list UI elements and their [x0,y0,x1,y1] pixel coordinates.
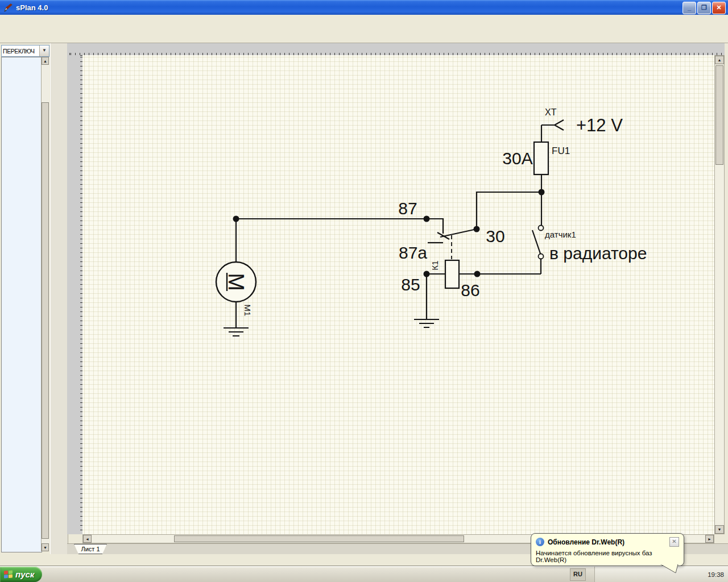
label-30a[interactable]: 30A [502,149,532,168]
quick-launch [46,567,92,581]
motor-m1[interactable]: M [216,262,256,302]
vertical-ruler [67,55,83,534]
label-30[interactable]: 30 [486,227,504,246]
scroll-left-icon[interactable]: ◄ [83,535,92,543]
relay-coil-k1[interactable] [445,260,459,288]
library-scroll-thumb[interactable] [42,102,49,539]
desktop-screen: sPlan 4.0 _ ❐ ✕ ПЕРЕКЛЮЧ ▼ ▲ ▼ [0,0,728,582]
balloon-title: Обновление Dr.Web(R) [548,538,666,546]
drweb-notification-balloon: i Обновление Dr.Web(R) ✕ Начинается обно… [531,533,684,566]
label-87a[interactable]: 87a [399,243,427,262]
restore-button[interactable]: ❐ [697,2,711,14]
scroll-up-icon[interactable]: ▲ [715,56,724,64]
taskbar: пуск RU 19:38 [0,566,728,582]
balloon-body: Начинается обновление вирусных баз Dr.We… [531,548,684,565]
schematic-canvas[interactable]: M 87 87a 30 85 86 30A FU1 XT +12 V [82,55,714,534]
windows-logo-icon [3,569,13,579]
library-scrollbar[interactable]: ▲ ▼ [41,57,49,551]
language-indicator[interactable]: RU [570,568,586,581]
horizontal-ruler [67,43,728,56]
ground-symbol [224,328,249,336]
chevron-down-icon[interactable]: ▼ [39,45,49,56]
label-xt[interactable]: XT [545,107,557,117]
vertical-scrollbar[interactable]: ▲ ▼ [714,55,725,534]
tray-clock-label[interactable]: 19:38 [708,571,724,578]
close-button[interactable]: ✕ [712,2,726,14]
library-category-value: ПЕРЕКЛЮЧ [2,48,39,55]
library-panel: ПЕРЕКЛЮЧ ▼ ▲ ▼ [0,43,50,554]
label-85[interactable]: 85 [401,275,420,294]
fuse-fu1[interactable] [534,142,548,174]
info-icon: i [536,538,544,546]
sensor-switch[interactable] [539,226,544,259]
label-k1[interactable]: К1 [430,260,440,270]
label-fu1[interactable]: FU1 [552,146,570,156]
splan-pencil-icon [3,3,13,13]
label-m1[interactable]: M1 [243,305,253,317]
scroll-down-icon[interactable]: ▼ [715,525,724,534]
scroll-right-icon[interactable]: ► [705,535,714,543]
start-label: пуск [15,569,34,579]
vscroll-thumb[interactable] [715,65,723,165]
balloon-close-icon[interactable]: ✕ [669,537,679,547]
ground-symbol [414,319,439,327]
sheet-tab[interactable]: Лист 1 [74,544,107,554]
drawing-tools-panel [50,43,68,554]
window-title: sPlan 4.0 [16,3,48,12]
library-category-dropdown[interactable]: ПЕРЕКЛЮЧ ▼ [1,45,49,57]
window-titlebar: sPlan 4.0 _ ❐ ✕ [0,0,728,15]
balloon-tail [660,564,679,574]
menu-bar [0,15,728,26]
scroll-up-icon[interactable]: ▲ [42,57,49,65]
scroll-down-icon[interactable]: ▼ [42,543,49,551]
window-edge [725,43,728,543]
label-radiator[interactable]: в радиаторе [549,244,647,263]
label-12v[interactable]: +12 V [576,115,623,135]
minimize-button[interactable]: _ [682,2,696,14]
library-list [1,57,42,552]
label-87[interactable]: 87 [398,199,417,218]
hscroll-thumb[interactable] [174,535,464,542]
main-toolbar [0,26,728,43]
svg-text:M: M [224,273,248,291]
label-sensor[interactable]: датчик1 [545,230,576,239]
start-button[interactable]: пуск [0,567,42,582]
label-86[interactable]: 86 [461,281,479,300]
circuit-schematic: M 87 87a 30 85 86 30A FU1 XT +12 V [82,55,714,534]
